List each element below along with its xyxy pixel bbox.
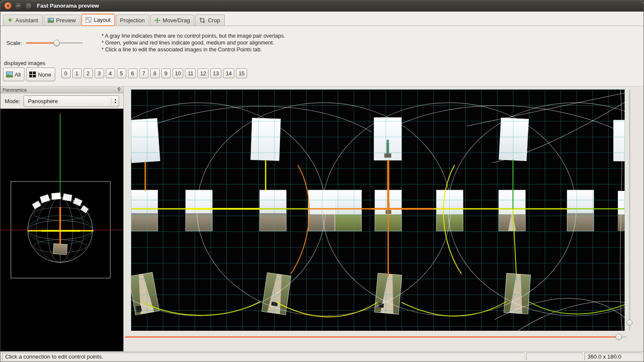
- image-toggle-10[interactable]: 10: [173, 68, 184, 78]
- vertical-scrollbar-knob[interactable]: [626, 320, 632, 326]
- vertical-scrollbar-trough[interactable]: [629, 89, 630, 331]
- image-toggle-12[interactable]: 12: [197, 68, 209, 78]
- no-images-icon: [29, 71, 36, 78]
- panosphere-view[interactable]: [0, 109, 123, 351]
- status-bar: Click a connection to edit control point…: [0, 351, 644, 362]
- grid-overlay: [131, 89, 625, 331]
- image-toggle-15[interactable]: 15: [236, 68, 247, 78]
- scale-slider-knob[interactable]: [54, 40, 60, 46]
- tab-label: Layout: [94, 17, 110, 23]
- image-toggle-6[interactable]: 6: [128, 68, 137, 78]
- status-spacer: [526, 353, 583, 361]
- tab-projection[interactable]: Projection: [116, 15, 149, 26]
- tab-label: Assistant: [15, 17, 38, 24]
- mode-combobox[interactable]: Panosphere ▲▼: [24, 95, 119, 107]
- close-icon: ✕: [6, 4, 9, 8]
- mode-value: Panosphere: [28, 98, 58, 104]
- horizontal-scrollbar-fill: [125, 336, 619, 338]
- horizontal-scrollbar-knob[interactable]: [616, 334, 622, 340]
- close-button[interactable]: ✕: [4, 2, 12, 9]
- image-toggle-9[interactable]: 9: [161, 68, 171, 78]
- spinner-arrows-icon: ▲▼: [111, 97, 117, 105]
- content: Panoramica Mode: Panosphere ▲▼: [0, 86, 644, 351]
- crop-icon: [199, 17, 206, 24]
- vertical-scrollbar[interactable]: [626, 89, 632, 331]
- assistant-icon: [7, 17, 13, 24]
- scale-slider[interactable]: [26, 40, 83, 46]
- image-toggle-3[interactable]: 3: [95, 68, 104, 78]
- image-toggle-13[interactable]: 13: [210, 68, 221, 78]
- image-toggle-8[interactable]: 8: [150, 68, 160, 78]
- tab-label: Preview: [56, 17, 76, 24]
- scale-label: Scale:: [6, 40, 22, 46]
- legend-notes: * A gray line indicates there are no con…: [101, 33, 285, 53]
- panorama-dimensions: 360.0 x 180.0: [584, 353, 642, 361]
- app-window: ✕ – □ Fast Panorama preview Assistant Pr…: [0, 0, 644, 362]
- scale-slider-fill: [26, 42, 57, 44]
- mode-label: Mode:: [5, 98, 20, 104]
- none-button-label: None: [38, 71, 51, 78]
- image-toggle-1[interactable]: 1: [72, 68, 82, 78]
- image-toggle-11[interactable]: 11: [185, 68, 196, 78]
- pin-icon[interactable]: [117, 87, 121, 92]
- horizontal-scrollbar[interactable]: [125, 334, 626, 340]
- all-images-icon: [6, 71, 13, 78]
- layout-canvas-svg: [131, 89, 625, 331]
- panosphere-svg: [0, 109, 123, 351]
- maximize-button[interactable]: □: [25, 2, 32, 9]
- panel-header: Panoramica: [0, 86, 123, 93]
- image-toggle-7[interactable]: 7: [139, 68, 149, 78]
- displayed-images-section: displayed images All None 0 1 2 3 4 5 6 …: [0, 59, 644, 86]
- image-toggle-5[interactable]: 5: [117, 68, 126, 78]
- layout-canvas[interactable]: [131, 89, 625, 331]
- none-button[interactable]: None: [26, 68, 55, 81]
- titlebar: ✕ – □ Fast Panorama preview: [0, 0, 644, 12]
- maximize-icon: □: [27, 4, 30, 8]
- all-button[interactable]: All: [3, 68, 24, 81]
- image-toggle-0[interactable]: 0: [61, 68, 71, 78]
- tab-label: Move/Drag: [163, 17, 190, 24]
- legend-line-click: * Click a line to edit the associated im…: [101, 46, 285, 53]
- tab-crop[interactable]: Crop: [195, 15, 224, 26]
- tab-move-drag[interactable]: Move/Drag: [150, 15, 195, 26]
- tab-label: Crop: [208, 17, 220, 24]
- move-drag-icon: [154, 17, 161, 24]
- image-toggle-2[interactable]: 2: [83, 68, 93, 78]
- displayed-images-buttons: All None 0 1 2 3 4 5 6 7 8 9 10 11 12 13…: [3, 68, 639, 81]
- displayed-images-label: displayed images: [4, 60, 639, 66]
- tab-label: Projection: [120, 17, 145, 24]
- image-toggle-14[interactable]: 14: [223, 68, 234, 78]
- scale-section: Scale: * A gray line indicates there are…: [0, 26, 644, 59]
- minimize-button[interactable]: –: [15, 2, 22, 9]
- mode-row: Mode: Panosphere ▲▼: [0, 93, 123, 109]
- minimize-icon: –: [17, 4, 20, 8]
- preview-icon: [48, 17, 54, 24]
- tab-assistant[interactable]: Assistant: [3, 15, 43, 26]
- window-title: Fast Panorama preview: [37, 3, 99, 9]
- panosphere-panel: Panoramica Mode: Panosphere ▲▼: [0, 86, 124, 351]
- image-toggle-4[interactable]: 4: [106, 68, 115, 78]
- legend-line-gray: * A gray line indicates there are no con…: [101, 33, 285, 39]
- legend-line-colors: * Green, yellow and red lines indicate g…: [101, 39, 285, 46]
- layout-area: [124, 86, 644, 351]
- tab-preview[interactable]: Preview: [44, 15, 80, 26]
- panel-title: Panoramica: [3, 87, 27, 92]
- layout-icon: [85, 17, 92, 23]
- status-message: Click a connection to edit control point…: [2, 353, 525, 361]
- all-button-label: All: [15, 71, 21, 78]
- tab-layout[interactable]: Layout: [81, 14, 115, 26]
- tab-bar: Assistant Preview Layout Projection Move…: [0, 12, 644, 26]
